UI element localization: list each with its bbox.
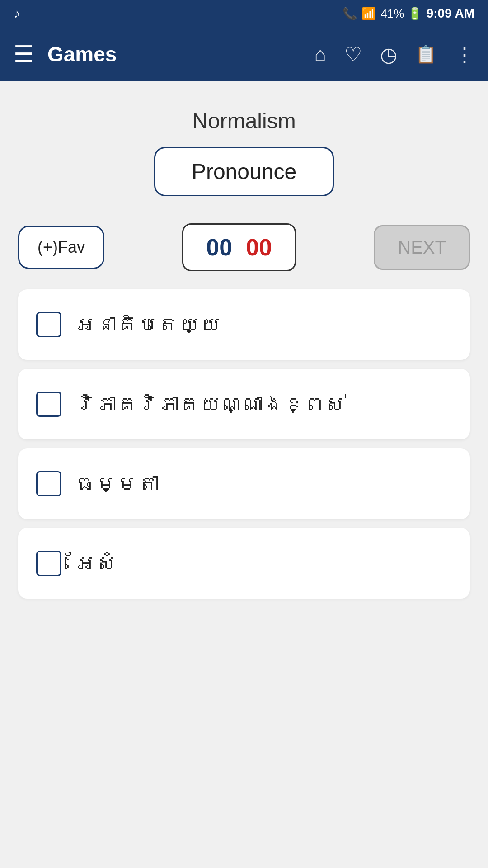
status-bar: ♪ 📞 📶 41% 🔋 9:09 AM: [0, 0, 488, 27]
battery-icon: 🔋: [408, 7, 422, 20]
pronounce-button[interactable]: Pronounce: [154, 147, 334, 196]
option-checkbox-2[interactable]: [36, 392, 61, 417]
option-text-2: វិភាគវិភាគយណ្ណាងខ្ពស់: [75, 392, 346, 416]
page-title: Games: [47, 42, 314, 66]
hamburger-menu-button[interactable]: ☰: [14, 43, 34, 66]
options-list: អនាគិបតេយ្យ វិភាគវិភាគយណ្ណាងខ្ពស់ ធម្មតា…: [18, 289, 470, 608]
score-correct: 00: [206, 234, 232, 261]
battery-indicator: 41% 🔋: [380, 7, 422, 21]
status-bar-left: ♪: [14, 6, 20, 21]
controls-row: (+)Fav 00 00 NEXT: [18, 223, 470, 271]
heart-icon[interactable]: ♡: [344, 43, 362, 66]
status-bar-right: 📞 📶 41% 🔋 9:09 AM: [343, 6, 474, 21]
battery-percent: 41%: [380, 7, 404, 20]
score-wrong: 00: [246, 234, 272, 261]
next-button[interactable]: NEXT: [374, 225, 470, 270]
score-display: 00 00: [182, 223, 296, 271]
option-checkbox-4[interactable]: [36, 551, 61, 576]
music-icon: ♪: [14, 6, 20, 21]
time-display: 9:09 AM: [427, 6, 474, 21]
clipboard-icon[interactable]: 📋: [415, 44, 436, 64]
option-card-4[interactable]: អែសំ: [18, 528, 470, 599]
more-options-icon[interactable]: ⋮: [455, 43, 474, 66]
option-text-4: អែសំ: [75, 551, 117, 576]
main-content: Normalism Pronounce (+)Fav 00 00 NEXT អន…: [0, 81, 488, 626]
option-text-1: អនាគិបតេយ្យ: [75, 312, 221, 337]
nav-bar: ☰ Games ⌂ ♡ ◷ 📋 ⋮: [0, 27, 488, 81]
option-card-3[interactable]: ធម្មតា: [18, 448, 470, 519]
nav-icons: ⌂ ♡ ◷ 📋 ⋮: [314, 43, 474, 66]
option-card-2[interactable]: វិភាគវិភាគយណ្ណាងខ្ពស់: [18, 369, 470, 439]
word-label: Normalism: [192, 108, 296, 133]
phone-icon: 📞: [343, 7, 357, 21]
option-text-3: ធម្មតា: [75, 472, 159, 496]
option-checkbox-1[interactable]: [36, 312, 61, 337]
add-favorite-button[interactable]: (+)Fav: [18, 226, 104, 269]
option-checkbox-3[interactable]: [36, 471, 61, 496]
home-icon[interactable]: ⌂: [314, 43, 326, 66]
history-icon[interactable]: ◷: [380, 43, 397, 66]
signal-icon: 📶: [361, 7, 376, 21]
option-card-1[interactable]: អនាគិបតេយ្យ: [18, 289, 470, 360]
